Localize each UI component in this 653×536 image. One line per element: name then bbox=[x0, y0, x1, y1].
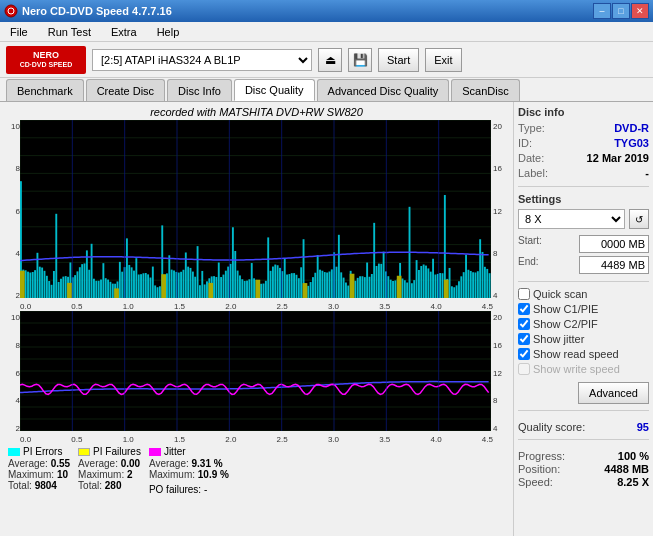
show-c1-pie-checkbox[interactable] bbox=[518, 303, 530, 315]
pi-failures-color bbox=[78, 448, 90, 456]
po-failures-label: PO failures: bbox=[149, 484, 201, 495]
disc-date-key: Date: bbox=[518, 152, 544, 164]
menu-run-test[interactable]: Run Test bbox=[42, 24, 97, 40]
eject-button[interactable]: ⏏ bbox=[318, 48, 342, 72]
show-c2-pif-checkbox[interactable] bbox=[518, 318, 530, 330]
maximize-button[interactable]: □ bbox=[612, 3, 630, 19]
show-write-speed-label: Show write speed bbox=[533, 363, 620, 375]
progress-key: Progress: bbox=[518, 450, 565, 462]
tab-advanced-disc-quality[interactable]: Advanced Disc Quality bbox=[317, 79, 450, 101]
save-button[interactable]: 💾 bbox=[348, 48, 372, 72]
right-panel: Disc info Type: DVD-R ID: TYG03 Date: 12… bbox=[513, 102, 653, 536]
disc-date-val: 12 Mar 2019 bbox=[587, 152, 649, 164]
top-chart-x-axis: 0.00.51.0 1.52.02.5 3.03.54.0 4.5 bbox=[4, 302, 509, 311]
chart-area: recorded with MATSHITA DVD+RW SW820 10 8… bbox=[0, 102, 513, 536]
speed-key: Speed: bbox=[518, 476, 553, 488]
show-jitter-checkbox[interactable] bbox=[518, 333, 530, 345]
menu-extra[interactable]: Extra bbox=[105, 24, 143, 40]
pi-errors-color bbox=[8, 448, 20, 456]
jitter-color bbox=[149, 448, 161, 456]
quick-scan-checkbox[interactable] bbox=[518, 288, 530, 300]
position-val: 4488 MB bbox=[604, 463, 649, 475]
start-input[interactable] bbox=[579, 235, 649, 253]
speed-val: 8.25 X bbox=[617, 476, 649, 488]
bottom-chart-x-axis: 0.00.51.0 1.52.02.5 3.03.54.0 4.5 bbox=[4, 435, 509, 444]
pi-failures-max: 2 bbox=[127, 469, 133, 480]
show-c2-pif-row: Show C2/PIF bbox=[518, 318, 649, 330]
exit-button[interactable]: Exit bbox=[425, 48, 461, 72]
pi-failures-total: 280 bbox=[105, 480, 122, 491]
position-key: Position: bbox=[518, 463, 560, 475]
jitter-average: 9.31 % bbox=[192, 458, 223, 469]
pi-errors-average: 0.55 bbox=[51, 458, 70, 469]
close-button[interactable]: ✕ bbox=[631, 3, 649, 19]
app-icon bbox=[4, 4, 18, 18]
progress-val: 100 % bbox=[618, 450, 649, 462]
bottom-chart-wrapper: 10 8 6 4 2 20 16 12 8 4 bbox=[4, 311, 509, 435]
menu-help[interactable]: Help bbox=[151, 24, 186, 40]
stats-row: PI Errors Average: 0.55 Maximum: 10 Tota… bbox=[4, 444, 509, 497]
end-key: End: bbox=[518, 256, 539, 274]
speed-setting-row: 8 X ↺ bbox=[518, 209, 649, 229]
jitter-max: 10.9 % bbox=[198, 469, 229, 480]
jitter-label: Jitter bbox=[164, 446, 186, 457]
show-write-speed-checkbox bbox=[518, 363, 530, 375]
settings-label: Settings bbox=[518, 193, 649, 205]
chart-title: recorded with MATSHITA DVD+RW SW820 bbox=[4, 106, 509, 118]
menu-file[interactable]: File bbox=[4, 24, 34, 40]
show-c2-pif-label: Show C2/PIF bbox=[533, 318, 598, 330]
speed-select[interactable]: 8 X bbox=[518, 209, 625, 229]
tab-create-disc[interactable]: Create Disc bbox=[86, 79, 165, 101]
show-jitter-label: Show jitter bbox=[533, 333, 584, 345]
bottom-chart-y-right: 20 16 12 8 4 bbox=[491, 311, 509, 435]
jitter-group: Jitter Average: 9.31 % Maximum: 10.9 % P… bbox=[149, 446, 229, 495]
show-read-speed-checkbox[interactable] bbox=[518, 348, 530, 360]
disc-label-row: Label: - bbox=[518, 167, 649, 179]
top-chart-canvas bbox=[20, 120, 491, 298]
show-read-speed-row: Show read speed bbox=[518, 348, 649, 360]
end-input[interactable] bbox=[579, 256, 649, 274]
quality-score-row: Quality score: 95 bbox=[518, 421, 649, 433]
start-button[interactable]: Start bbox=[378, 48, 419, 72]
separator3 bbox=[518, 410, 649, 411]
top-chart-y-right: 20 16 12 8 4 bbox=[491, 120, 509, 302]
window-title: Nero CD-DVD Speed 4.7.7.16 bbox=[22, 5, 172, 17]
toolbar: NERO CD·DVD SPEED [2:5] ATAPI iHAS324 A … bbox=[0, 42, 653, 78]
disc-date-row: Date: 12 Mar 2019 bbox=[518, 152, 649, 164]
pi-failures-label: PI Failures bbox=[93, 446, 141, 457]
drive-select[interactable]: [2:5] ATAPI iHAS324 A BL1P bbox=[92, 49, 312, 71]
tab-bar: Benchmark Create Disc Disc Info Disc Qua… bbox=[0, 78, 653, 102]
top-chart-wrapper: 10 8 6 4 2 20 16 12 8 4 bbox=[4, 120, 509, 302]
bottom-chart-y-left: 10 8 6 4 2 bbox=[4, 311, 20, 435]
quick-scan-row: Quick scan bbox=[518, 288, 649, 300]
advanced-button[interactable]: Advanced bbox=[578, 382, 649, 404]
show-write-speed-row: Show write speed bbox=[518, 363, 649, 375]
pi-failures-average: 0.00 bbox=[121, 458, 140, 469]
show-c1-pie-row: Show C1/PIE bbox=[518, 303, 649, 315]
start-key: Start: bbox=[518, 235, 542, 253]
bottom-chart-canvas bbox=[20, 311, 491, 431]
pi-errors-label: PI Errors bbox=[23, 446, 62, 457]
position-row: Position: 4488 MB bbox=[518, 463, 649, 475]
disc-id-row: ID: TYG03 bbox=[518, 137, 649, 149]
end-row: End: bbox=[518, 256, 649, 274]
minimize-button[interactable]: – bbox=[593, 3, 611, 19]
tab-benchmark[interactable]: Benchmark bbox=[6, 79, 84, 101]
menu-bar: File Run Test Extra Help bbox=[0, 22, 653, 42]
po-failures-val: - bbox=[204, 484, 207, 495]
quick-scan-label: Quick scan bbox=[533, 288, 587, 300]
disc-id-key: ID: bbox=[518, 137, 532, 149]
settings-icon-button[interactable]: ↺ bbox=[629, 209, 649, 229]
show-jitter-row: Show jitter bbox=[518, 333, 649, 345]
tab-disc-info[interactable]: Disc Info bbox=[167, 79, 232, 101]
tab-scandisc[interactable]: ScanDisc bbox=[451, 79, 519, 101]
title-bar: Nero CD-DVD Speed 4.7.7.16 – □ ✕ bbox=[0, 0, 653, 22]
separator2 bbox=[518, 281, 649, 282]
progress-row: Progress: 100 % bbox=[518, 450, 649, 462]
tab-disc-quality[interactable]: Disc Quality bbox=[234, 79, 315, 101]
nero-logo: NERO CD·DVD SPEED bbox=[6, 46, 86, 74]
disc-id-val: TYG03 bbox=[614, 137, 649, 149]
separator4 bbox=[518, 439, 649, 440]
disc-type-row: Type: DVD-R bbox=[518, 122, 649, 134]
disc-label-val: - bbox=[645, 167, 649, 179]
